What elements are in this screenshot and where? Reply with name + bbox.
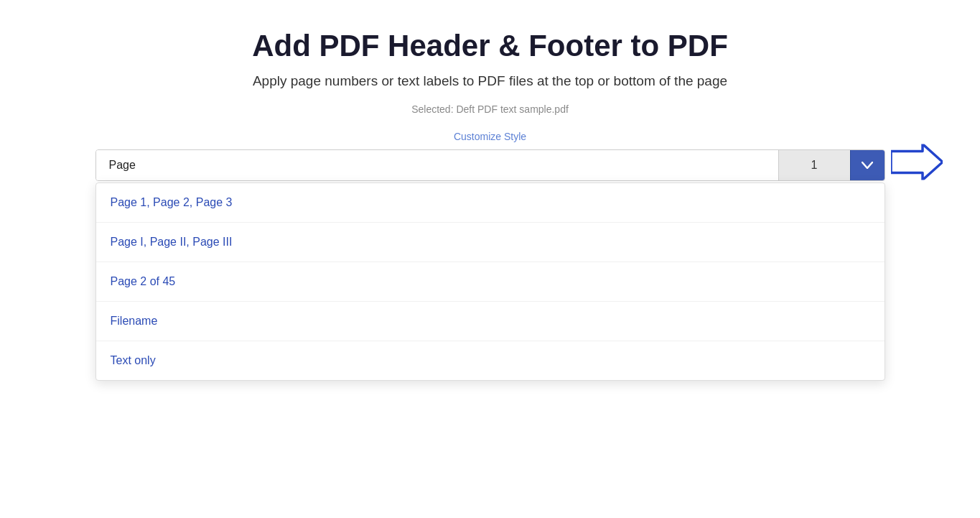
dropdown-label: Page bbox=[96, 150, 778, 180]
dropdown-item-1[interactable]: Page 1, Page 2, Page 3 bbox=[96, 183, 885, 223]
selected-file-label: Selected: Deft PDF text sample.pdf bbox=[411, 103, 569, 115]
page-title: Add PDF Header & Footer to PDF bbox=[252, 29, 728, 63]
page-subtitle: Apply page numbers or text labels to PDF… bbox=[253, 73, 727, 89]
chevron-down-icon bbox=[862, 162, 873, 169]
dropdown-item-2[interactable]: Page I, Page II, Page III bbox=[96, 223, 885, 262]
dropdown-value: 1 bbox=[778, 150, 850, 180]
dropdown-item-5[interactable]: Text only bbox=[96, 341, 885, 380]
dropdown-item-4[interactable]: Filename bbox=[96, 302, 885, 341]
dropdown-item-3[interactable]: Page 2 of 45 bbox=[96, 262, 885, 302]
dropdown-header[interactable]: Page 1 bbox=[95, 149, 885, 181]
dropdown-menu: Page 1, Page 2, Page 3 Page I, Page II, … bbox=[95, 182, 885, 381]
dropdown-wrapper: Page 1 Page 1, Page 2, Page 3 Page I, Pa… bbox=[95, 149, 885, 181]
dropdown-arrow-button[interactable] bbox=[850, 150, 885, 180]
svg-marker-0 bbox=[891, 144, 943, 180]
customize-style-label: Customize Style bbox=[454, 131, 526, 142]
pointer-arrow-icon bbox=[891, 144, 943, 187]
